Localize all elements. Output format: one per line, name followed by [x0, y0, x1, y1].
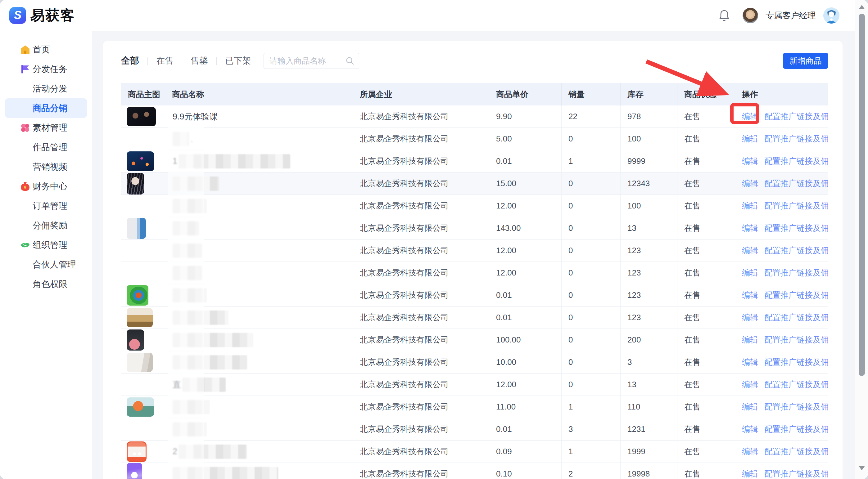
- sidebar-item-finance-center[interactable]: ¥ 财务中心: [5, 176, 87, 196]
- edit-link[interactable]: 编辑: [742, 357, 758, 368]
- sidebar-item-home[interactable]: 首页: [5, 40, 87, 59]
- product-name-cell: 、: [165, 128, 353, 150]
- edit-link[interactable]: 编辑: [742, 402, 758, 412]
- product-thumbnail[interactable]: [127, 353, 153, 372]
- configure-promotion-link[interactable]: 配置推广链接及佣金: [764, 156, 828, 167]
- edit-link[interactable]: 编辑: [742, 133, 758, 144]
- edit-link[interactable]: 编辑: [742, 335, 758, 345]
- sidebar-item-activity-distribution[interactable]: 活动分发: [5, 79, 87, 98]
- configure-promotion-link[interactable]: 配置推广链接及佣金: [764, 200, 828, 211]
- edit-link[interactable]: 编辑: [742, 446, 758, 457]
- configure-promotion-link[interactable]: 配置推广链接及佣金: [764, 335, 828, 345]
- status-cell: 在售: [677, 441, 735, 463]
- configure-promotion-link[interactable]: 配置推广链接及佣金: [764, 133, 828, 144]
- edit-link[interactable]: 编辑: [742, 312, 758, 323]
- product-thumbnail[interactable]: [127, 441, 147, 462]
- redacted-product-name: [173, 333, 253, 347]
- configure-promotion-link[interactable]: 配置推广链接及佣金: [764, 446, 828, 457]
- company-cell: 北京易企秀科技有限公司: [353, 441, 489, 463]
- product-thumbnail-cell: [121, 284, 165, 306]
- sidebar-item-partner-management[interactable]: 合伙人管理: [5, 255, 87, 274]
- search-icon[interactable]: [345, 56, 354, 65]
- edit-link[interactable]: 编辑: [742, 111, 758, 122]
- edit-link[interactable]: 编辑: [742, 223, 758, 234]
- status-cell: 在售: [677, 262, 735, 284]
- company-cell: 北京易企秀科技有限公司: [353, 284, 489, 306]
- actions-cell: 编辑配置推广链接及佣金: [735, 172, 828, 195]
- sales-cell: 0: [562, 128, 621, 150]
- edit-link[interactable]: 编辑: [742, 469, 758, 479]
- sales-cell: 3: [562, 418, 621, 440]
- add-product-button[interactable]: 新增商品: [783, 53, 828, 69]
- configure-promotion-link[interactable]: 配置推广链接及佣金: [764, 178, 828, 189]
- configure-promotion-link[interactable]: 配置推广链接及佣金: [764, 312, 828, 323]
- sidebar-item-organization-management[interactable]: 组织管理: [5, 235, 87, 255]
- scrollbar-thumb[interactable]: [859, 14, 865, 376]
- product-thumbnail-cell: [121, 172, 165, 195]
- product-thumbnail-cell: [121, 105, 165, 128]
- edit-link[interactable]: 编辑: [742, 156, 758, 167]
- product-thumbnail[interactable]: [127, 173, 144, 195]
- edit-link[interactable]: 编辑: [742, 379, 758, 390]
- manager-avatar[interactable]: [743, 8, 758, 23]
- product-thumbnail[interactable]: [127, 285, 148, 306]
- stock-cell: 1231: [621, 418, 677, 440]
- configure-promotion-link[interactable]: 配置推广链接及佣金: [764, 402, 828, 412]
- sidebar-item-commission-rewards[interactable]: 分佣奖励: [5, 216, 87, 235]
- sidebar-item-distribution-tasks[interactable]: 分发任务: [5, 59, 87, 79]
- product-thumbnail[interactable]: [127, 330, 144, 350]
- product-thumbnail-cell: [121, 418, 165, 440]
- product-thumbnail-cell: [121, 329, 165, 351]
- tab-on-sale[interactable]: 在售: [156, 55, 174, 67]
- stock-cell: 123: [621, 262, 677, 284]
- sidebar-item-marketing-video[interactable]: 营销视频: [5, 157, 87, 176]
- product-thumbnail[interactable]: [127, 308, 153, 327]
- sidebar-item-role-permissions[interactable]: 角色权限: [5, 274, 87, 294]
- company-cell: 北京易企秀科技有限公司: [353, 217, 489, 239]
- search-input[interactable]: [270, 56, 345, 66]
- table-row: 1北京易企秀科技有限公司0.0119999在售编辑配置推广链接及佣金: [121, 150, 828, 172]
- tab-sold-out[interactable]: 售罄: [191, 55, 208, 67]
- tab-all[interactable]: 全部: [121, 55, 139, 67]
- configure-promotion-link[interactable]: 配置推广链接及佣金: [764, 469, 828, 479]
- status-cell: 在售: [677, 195, 735, 217]
- tab-removed[interactable]: 已下架: [225, 55, 251, 67]
- actions-cell: 编辑配置推广链接及佣金: [735, 463, 828, 479]
- edit-link[interactable]: 编辑: [742, 178, 758, 189]
- user-avatar[interactable]: [823, 7, 839, 24]
- configure-promotion-link[interactable]: 配置推广链接及佣金: [764, 424, 828, 435]
- edit-link[interactable]: 编辑: [742, 290, 758, 301]
- product-thumbnail[interactable]: [127, 463, 142, 479]
- sidebar-item-product-distribution[interactable]: 商品分销: [5, 98, 87, 118]
- actions-cell: 编辑配置推广链接及佣金: [735, 307, 828, 329]
- edit-link[interactable]: 编辑: [742, 200, 758, 211]
- product-thumbnail[interactable]: [127, 398, 154, 417]
- edit-link[interactable]: 编辑: [742, 245, 758, 256]
- edit-link[interactable]: 编辑: [742, 424, 758, 435]
- configure-promotion-link[interactable]: 配置推广链接及佣金: [764, 379, 828, 390]
- configure-promotion-link[interactable]: 配置推广链接及佣金: [764, 223, 828, 234]
- status-cell: 在售: [677, 374, 735, 396]
- product-thumbnail[interactable]: [127, 151, 154, 171]
- stock-cell: 200: [621, 329, 677, 351]
- configure-promotion-link[interactable]: 配置推广链接及佣金: [764, 245, 828, 256]
- configure-promotion-link[interactable]: 配置推广链接及佣金: [764, 357, 828, 368]
- brand-name: 易获客: [30, 6, 75, 25]
- product-thumbnail[interactable]: [127, 107, 156, 126]
- sidebar-item-material-management[interactable]: 素材管理: [5, 118, 87, 137]
- notification-bell-icon[interactable]: [719, 10, 730, 22]
- sales-cell: 0: [562, 217, 621, 239]
- configure-promotion-link[interactable]: 配置推广链接及佣金: [764, 267, 828, 278]
- configure-promotion-link[interactable]: 配置推广链接及佣金: [764, 290, 828, 301]
- scroll-up-icon[interactable]: [859, 5, 865, 9]
- scroll-down-icon[interactable]: [859, 466, 865, 470]
- vertical-scrollbar[interactable]: [855, 0, 868, 479]
- redacted-product-name: [173, 400, 210, 414]
- status-cell: 在售: [677, 396, 735, 418]
- sidebar-item-order-management[interactable]: 订单管理: [5, 196, 87, 216]
- product-thumbnail[interactable]: [127, 218, 146, 239]
- configure-promotion-link[interactable]: 配置推广链接及佣金: [764, 111, 828, 122]
- edit-link[interactable]: 编辑: [742, 267, 758, 278]
- sidebar-item-works-management[interactable]: 作品管理: [5, 137, 87, 157]
- status-cell: 在售: [677, 418, 735, 440]
